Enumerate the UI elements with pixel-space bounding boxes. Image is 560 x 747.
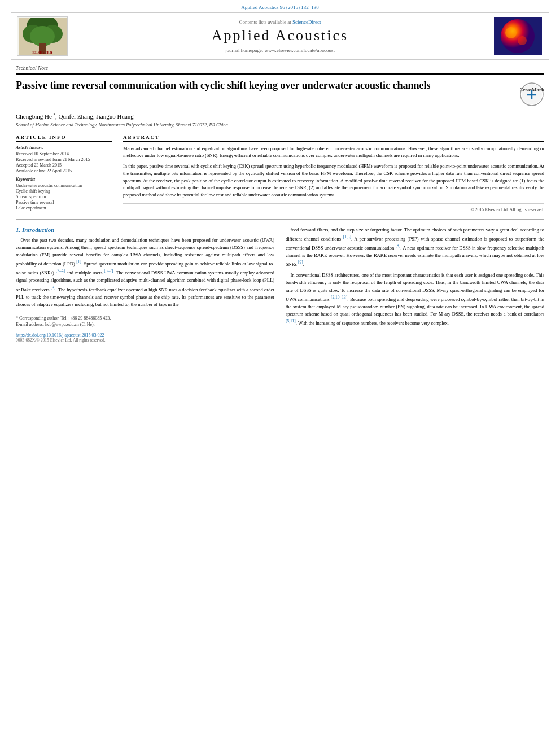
info-abstract-columns: ARTICLE INFO Article history: Received 1… — [16, 134, 544, 212]
sd-prefix: Contents lists available at — [239, 19, 291, 25]
intro-para-right-2: In conventional DSSS architectures, one … — [286, 272, 544, 327]
keywords-label: Keywords: — [16, 177, 112, 182]
svg-point-4 — [30, 26, 55, 46]
keywords-list: Underwater acoustic communication Cyclic… — [16, 183, 112, 211]
ref-2-10-13[interactable]: [2,10–13] — [331, 295, 347, 300]
abstract-paragraph-2: In this paper, passive time reversal wit… — [123, 163, 544, 199]
intro-para-right-1: feed-forward filters, and the step size … — [286, 226, 544, 268]
accepted-date: Accepted 23 March 2015 — [16, 163, 112, 168]
journal-title: Applied Acoustics — [79, 27, 481, 44]
abstract-column: ABSTRACT Many advanced channel estimatio… — [123, 134, 544, 212]
abstract-text: Many advanced channel estimation and equ… — [123, 145, 544, 199]
article-info-heading: ARTICLE INFO — [16, 134, 112, 142]
introduction-text-left: Over the past two decades, many modulati… — [16, 237, 274, 308]
title-row: Passive time reversal communication with… — [16, 79, 544, 107]
ref-9[interactable]: [9] — [298, 260, 303, 265]
revised-date: Received in revised form 21 March 2015 — [16, 157, 112, 162]
keyword-3: Spread spectrum — [16, 194, 112, 199]
received-date: Received 10 September 2014 — [16, 151, 112, 156]
affiliation-line: School of Marine Science and Technology,… — [16, 122, 544, 128]
science-direct-line: Contents lists available at ScienceDirec… — [79, 19, 481, 25]
ref-1-3[interactable]: [1,3] — [343, 234, 351, 239]
introduction-heading: 1. Introduction — [16, 226, 274, 233]
svg-text:ELSEVIER: ELSEVIER — [32, 50, 53, 55]
journal-left-image: ELSEVIER — [17, 16, 68, 56]
svg-point-9 — [505, 27, 517, 38]
ref-3[interactable]: [3] — [51, 285, 56, 290]
body-left-column: 1. Introduction Over the past two decade… — [16, 226, 274, 343]
history-label: Article history: — [16, 145, 112, 150]
paper-title: Passive time reversal communication with… — [16, 79, 519, 92]
footer-copyright: 0003-682X/© 2015 Elsevier Ltd. All right… — [16, 338, 274, 343]
paper-content: Technical Note Passive time reversal com… — [0, 60, 560, 348]
ref-2-4[interactable]: [2–4] — [56, 268, 65, 273]
citation-text: Applied Acoustics 96 (2015) 132–138 — [241, 5, 319, 10]
abstract-paragraph-1: Many advanced channel estimation and equ… — [123, 145, 544, 160]
ref-5-11[interactable]: [5,11] — [286, 318, 296, 324]
journal-banner: ELSEVIER Contents lists available at Sci… — [11, 12, 549, 60]
keyword-2: Cyclic shift keying — [16, 189, 112, 194]
ref-1[interactable]: [1] — [76, 259, 81, 264]
keyword-4: Passive time reversal — [16, 200, 112, 205]
article-info-column: ARTICLE INFO Article history: Received 1… — [16, 134, 112, 212]
abstract-heading: ABSTRACT — [123, 134, 544, 142]
body-right-column: feed-forward filters, and the step size … — [286, 226, 544, 343]
footer-links-area: http://dx.doi.org/10.1016/j.apacoust.201… — [16, 333, 274, 343]
keyword-5: Lake experiment — [16, 206, 112, 211]
footnote-area: * Corresponding author. Tel.: +86 29 884… — [16, 313, 274, 327]
author-names: Chengbing He *, Qunfei Zhang, Jianguo Hu… — [16, 113, 134, 120]
journal-right-image — [492, 16, 543, 56]
footnote-email: E-mail address: hcb@nwpu.edu.cn (C. He). — [16, 322, 274, 327]
section-type-label: Technical Note — [16, 65, 544, 75]
journal-url: journal homepage: www.elsevier.com/locat… — [79, 47, 481, 53]
ref-8[interactable]: [8] — [396, 243, 401, 248]
intro-para-1: Over the past two decades, many modulati… — [16, 237, 274, 308]
ref-5-7[interactable]: [5–7] — [104, 268, 113, 273]
svg-point-10 — [518, 36, 527, 45]
science-direct-link[interactable]: ScienceDirect — [292, 19, 321, 25]
footnote-corresponding: * Corresponding author. Tel.: +86 29 884… — [16, 316, 274, 321]
keyword-1: Underwater acoustic communication — [16, 183, 112, 188]
authors-line: Chengbing He *, Qunfei Zhang, Jianguo Hu… — [16, 112, 544, 120]
journal-citation: Applied Acoustics 96 (2015) 132–138 — [0, 0, 560, 12]
svg-point-8 — [501, 19, 535, 53]
section-divider — [16, 219, 544, 220]
copyright-line: © 2015 Elsevier Ltd. All rights reserved… — [123, 203, 544, 212]
crossmark-icon: CrossMark — [519, 81, 544, 107]
body-content: 1. Introduction Over the past two decade… — [16, 226, 544, 343]
available-date: Available online 22 April 2015 — [16, 168, 112, 173]
introduction-text-right: feed-forward filters, and the step size … — [286, 226, 544, 327]
banner-center: Contents lists available at ScienceDirec… — [68, 19, 492, 53]
doi-link[interactable]: http://dx.doi.org/10.1016/j.apacoust.201… — [16, 333, 274, 338]
